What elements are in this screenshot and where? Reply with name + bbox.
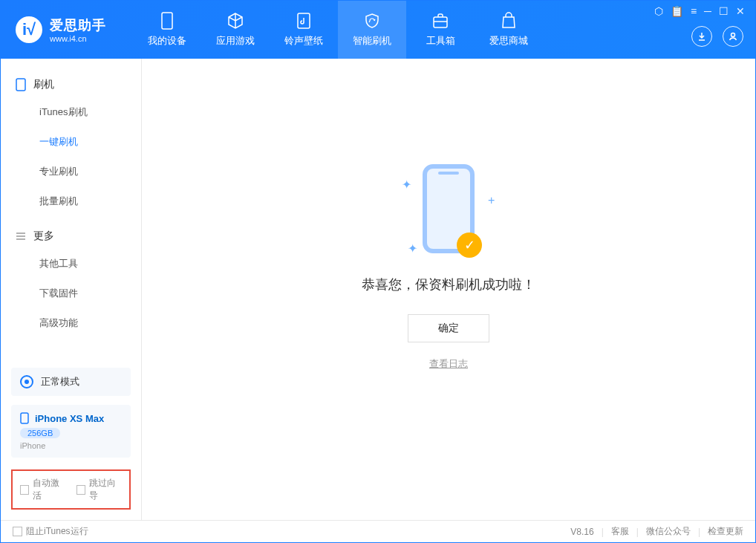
svg-point-3 xyxy=(731,33,735,37)
close-icon[interactable]: ✕ xyxy=(736,5,745,17)
footer-link-wechat[interactable]: 微信公众号 xyxy=(646,525,691,538)
note-icon[interactable]: 📋 xyxy=(671,5,683,17)
tab-toolbox[interactable]: 工具箱 xyxy=(406,1,475,59)
options-row: 自动激活 跳过向导 xyxy=(11,469,131,510)
tab-ringtone-wallpaper[interactable]: 铃声壁纸 xyxy=(270,1,338,59)
device-phone-icon xyxy=(20,412,29,424)
logo-icon: i√ xyxy=(16,16,42,43)
mode-card[interactable]: 正常模式 xyxy=(11,368,131,396)
version-label: V8.16 xyxy=(570,527,593,537)
cube-icon xyxy=(227,12,244,30)
maximize-icon[interactable]: ☐ xyxy=(719,5,729,17)
sidebar-item-itunes-flash[interactable]: iTunes刷机 xyxy=(1,97,141,127)
checkbox-auto-activate[interactable]: 自动激活 xyxy=(20,477,66,502)
sparkle-icon: ✦ xyxy=(408,241,414,247)
sidebar-item-download-firmware[interactable]: 下载固件 xyxy=(1,279,141,308)
sidebar-item-oneclick-flash[interactable]: 一键刷机 xyxy=(1,127,141,157)
sidebar-section-more: 更多 xyxy=(1,224,141,249)
menu-icon[interactable]: ≡ xyxy=(691,5,697,17)
svg-rect-0 xyxy=(162,13,172,29)
tab-smart-flash[interactable]: 智能刷机 xyxy=(338,1,406,59)
svg-rect-5 xyxy=(21,413,28,423)
bag-icon xyxy=(500,12,518,30)
logo[interactable]: i√ 爱思助手 www.i4.cn xyxy=(1,16,121,43)
list-icon xyxy=(16,231,26,241)
shield-refresh-icon xyxy=(363,12,381,30)
success-illustration: ✦ ✦ + ✓ xyxy=(423,164,475,253)
shirt-icon[interactable]: ⬡ xyxy=(654,5,663,17)
svg-rect-2 xyxy=(434,17,447,27)
device-capacity: 256GB xyxy=(20,428,60,438)
footer-link-update[interactable]: 检查更新 xyxy=(708,525,743,538)
window-controls: ⬡ 📋 ≡ ─ ☐ ✕ xyxy=(654,5,745,17)
user-button[interactable] xyxy=(723,26,743,47)
sidebar: 刷机 iTunes刷机 一键刷机 专业刷机 批量刷机 更多 其他工具 下载固件 … xyxy=(1,59,142,520)
sparkle-icon: + xyxy=(488,194,494,200)
device-name: iPhone XS Max xyxy=(35,413,104,424)
checkbox-block-itunes[interactable]: 阻止iTunes运行 xyxy=(13,525,88,538)
app-url: www.i4.cn xyxy=(50,34,106,43)
main-tabs: 我的设备 应用游戏 铃声壁纸 智能刷机 工具箱 爱思商城 xyxy=(133,1,543,59)
view-log-link[interactable]: 查看日志 xyxy=(429,357,468,371)
music-file-icon xyxy=(295,12,313,30)
success-message: 恭喜您，保资料刷机成功啦！ xyxy=(362,276,535,293)
minimize-icon[interactable]: ─ xyxy=(704,5,711,17)
tab-store[interactable]: 爱思商城 xyxy=(475,1,543,59)
sidebar-item-batch-flash[interactable]: 批量刷机 xyxy=(1,186,141,216)
download-button[interactable] xyxy=(691,26,712,47)
sidebar-section-flash: 刷机 xyxy=(1,72,141,97)
app-title: 爱思助手 xyxy=(50,16,106,34)
tab-apps-games[interactable]: 应用游戏 xyxy=(201,1,270,59)
briefcase-icon xyxy=(431,12,449,30)
device-type: iPhone xyxy=(20,441,122,450)
footer: 阻止iTunes运行 V8.16 | 客服 | 微信公众号 | 检查更新 xyxy=(1,520,755,542)
header: i√ 爱思助手 www.i4.cn 我的设备 应用游戏 铃声壁纸 智能刷机 工具… xyxy=(1,1,755,59)
checkbox-skip-wizard[interactable]: 跳过向导 xyxy=(76,477,123,502)
device-card[interactable]: iPhone XS Max 256GB iPhone xyxy=(11,405,131,458)
main-content: ✦ ✦ + ✓ 恭喜您，保资料刷机成功啦！ 确定 查看日志 xyxy=(142,59,755,520)
sidebar-item-advanced[interactable]: 高级功能 xyxy=(1,308,141,338)
footer-link-support[interactable]: 客服 xyxy=(611,525,629,538)
mode-icon xyxy=(20,375,33,388)
phone-icon xyxy=(158,12,176,30)
sidebar-item-other-tools[interactable]: 其他工具 xyxy=(1,249,141,279)
mode-label: 正常模式 xyxy=(41,375,79,388)
header-right: ⬡ 📋 ≡ ─ ☐ ✕ xyxy=(691,1,755,59)
sparkle-icon: ✦ xyxy=(402,178,408,183)
check-badge-icon: ✓ xyxy=(457,233,482,258)
confirm-button[interactable]: 确定 xyxy=(408,314,489,342)
sidebar-item-pro-flash[interactable]: 专业刷机 xyxy=(1,157,141,186)
svg-rect-4 xyxy=(16,79,25,91)
tab-my-device[interactable]: 我的设备 xyxy=(133,1,201,59)
phone-small-icon xyxy=(16,78,26,91)
